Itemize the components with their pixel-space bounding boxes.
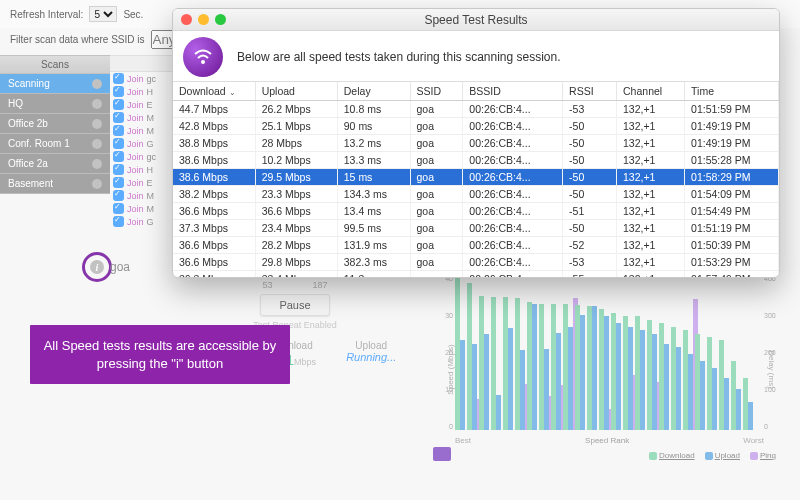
- delete-icon[interactable]: [92, 139, 102, 149]
- table-row[interactable]: 38.8 Mbps28 Mbps13.2 msgoa00:26:CB:4...-…: [173, 135, 779, 152]
- bar-group: [551, 304, 561, 430]
- delete-icon[interactable]: [92, 79, 102, 89]
- bar-group: [683, 330, 693, 430]
- close-icon[interactable]: [181, 14, 192, 25]
- refresh-select[interactable]: 5: [89, 6, 117, 22]
- bar-group: [575, 305, 585, 430]
- col-upload[interactable]: Upload: [255, 82, 337, 101]
- titlebar[interactable]: Speed Test Results: [173, 9, 779, 31]
- col-delay[interactable]: Delay: [337, 82, 410, 101]
- network-row[interactable]: JoinM: [110, 111, 175, 124]
- network-row[interactable]: JoinG: [110, 137, 175, 150]
- table-row[interactable]: 36.3 Mbps33.4 Mbps11.3 msgoa00:26:CB:4..…: [173, 271, 779, 279]
- col-ssid[interactable]: SSID: [410, 82, 463, 101]
- speed-test-results-window: Speed Test Results Below are all speed t…: [172, 8, 780, 278]
- network-row[interactable]: JoinM: [110, 202, 175, 215]
- sidebar-item-hq[interactable]: HQ: [0, 94, 110, 114]
- checkbox-icon[interactable]: [113, 73, 124, 84]
- network-row[interactable]: JoinM: [110, 189, 175, 202]
- network-row[interactable]: JoinH: [110, 85, 175, 98]
- window-title: Speed Test Results: [424, 13, 527, 27]
- table-row[interactable]: 44.7 Mbps26.2 Mbps10.8 msgoa00:26:CB:4..…: [173, 101, 779, 118]
- checkbox-icon[interactable]: [113, 86, 124, 97]
- network-row[interactable]: JoinG: [110, 215, 175, 228]
- zoom-icon[interactable]: [215, 14, 226, 25]
- delete-icon[interactable]: [92, 179, 102, 189]
- bar-group: [587, 306, 597, 430]
- info-button-highlight: i: [82, 252, 112, 282]
- bar-group: [743, 378, 753, 430]
- network-row[interactable]: JoinE: [110, 98, 175, 111]
- bar-group: [707, 337, 717, 430]
- checkbox-icon[interactable]: [113, 177, 124, 188]
- sidebar-item-office-2b[interactable]: Office 2b: [0, 114, 110, 134]
- col-rssi[interactable]: RSSI: [563, 82, 617, 101]
- bar-group: [479, 296, 489, 430]
- sidebar-item-basement[interactable]: Basement: [0, 174, 110, 194]
- table-row[interactable]: 38.6 Mbps10.2 Mbps13.3 msgoa00:26:CB:4..…: [173, 152, 779, 169]
- checkbox-icon[interactable]: [113, 125, 124, 136]
- network-row[interactable]: JoinH: [110, 163, 175, 176]
- checkbox-icon[interactable]: [113, 138, 124, 149]
- table-row[interactable]: 36.6 Mbps28.2 Mbps131.9 msgoa00:26:CB:4.…: [173, 237, 779, 254]
- checkbox-icon[interactable]: [113, 164, 124, 175]
- checkbox-icon[interactable]: [113, 190, 124, 201]
- bar-group: [623, 316, 633, 430]
- bar-group: [635, 316, 645, 430]
- checkbox-icon[interactable]: [113, 112, 124, 123]
- col-bssid[interactable]: BSSID: [463, 82, 563, 101]
- chevron-down-icon: ⌄: [229, 88, 236, 97]
- table-row[interactable]: 38.2 Mbps23.3 Mbps134.3 msgoa00:26:CB:4.…: [173, 186, 779, 203]
- network-row[interactable]: Joingc: [110, 72, 175, 85]
- app-icon: [183, 37, 223, 77]
- refresh-label: Refresh Interval:: [10, 9, 83, 20]
- delete-icon[interactable]: [92, 159, 102, 169]
- sidebar-item-office-2a[interactable]: Office 2a: [0, 154, 110, 174]
- table-row[interactable]: 42.8 Mbps25.1 Mbps90 msgoa00:26:CB:4...-…: [173, 118, 779, 135]
- bar-group: [719, 340, 729, 430]
- filter-label: Filter scan data where SSID is: [10, 34, 145, 45]
- bar-group: [647, 320, 657, 430]
- table-row[interactable]: 36.6 Mbps36.6 Mbps13.4 msgoa00:26:CB:4..…: [173, 203, 779, 220]
- scans-sidebar: Scans ScanningHQOffice 2bConf. Room 1Off…: [0, 55, 110, 228]
- table-row[interactable]: 36.6 Mbps29.8 Mbps382.3 msgoa00:26:CB:4.…: [173, 254, 779, 271]
- bar-group: [611, 313, 621, 430]
- delete-icon[interactable]: [92, 119, 102, 129]
- checkbox-icon[interactable]: [113, 216, 124, 227]
- sidebar-item-conf-room-1[interactable]: Conf. Room 1: [0, 134, 110, 154]
- upload-value: Running...: [346, 351, 396, 363]
- svg-point-0: [201, 60, 205, 64]
- info-icon[interactable]: i: [90, 260, 104, 274]
- bar-group: [527, 302, 537, 430]
- sec-label: Sec.: [123, 9, 143, 20]
- pause-button[interactable]: Pause: [260, 294, 329, 316]
- x-axis-worst: Worst: [743, 436, 764, 445]
- col-time[interactable]: Time: [685, 82, 779, 101]
- bar-group: [599, 309, 609, 430]
- checkbox-icon[interactable]: [113, 151, 124, 162]
- bar-group: [515, 298, 525, 430]
- network-row[interactable]: JoinE: [110, 176, 175, 189]
- col-download[interactable]: Download⌄: [173, 82, 255, 101]
- checkbox-icon[interactable]: [113, 99, 124, 110]
- checkbox-icon[interactable]: [113, 203, 124, 214]
- bar-group: [671, 327, 681, 430]
- network-row[interactable]: JoinM: [110, 124, 175, 137]
- bar-group: [539, 304, 549, 430]
- results-headline: Below are all speed tests taken during t…: [237, 50, 561, 64]
- col-channel[interactable]: Channel: [617, 82, 685, 101]
- gauge-ssid-label: goa: [110, 260, 130, 274]
- sidebar-item-scanning[interactable]: Scanning: [0, 74, 110, 94]
- results-table[interactable]: Download⌄UploadDelaySSIDBSSIDRSSIChannel…: [173, 82, 779, 278]
- bar-group: [659, 323, 669, 430]
- minimize-icon[interactable]: [198, 14, 209, 25]
- bar-group: [563, 304, 573, 430]
- speed-rank-chart: Speed (Mbps) Delay (ms) 403020100 400300…: [433, 275, 786, 455]
- network-row[interactable]: Joingc: [110, 150, 175, 163]
- bar-group: [731, 361, 741, 430]
- table-row[interactable]: 37.3 Mbps23.4 Mbps99.5 msgoa00:26:CB:4..…: [173, 220, 779, 237]
- table-row[interactable]: 38.6 Mbps29.5 Mbps15 msgoa00:26:CB:4...-…: [173, 169, 779, 186]
- delete-icon[interactable]: [92, 99, 102, 109]
- bar-group: [503, 297, 513, 430]
- scans-header: Scans: [0, 55, 110, 74]
